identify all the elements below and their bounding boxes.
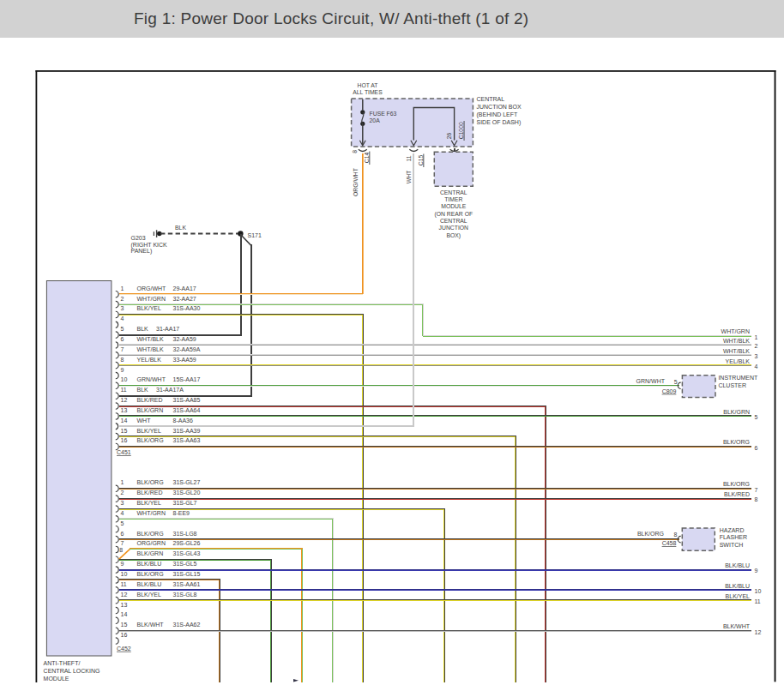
svg-text:SIDE OF DASH): SIDE OF DASH) — [477, 119, 522, 126]
svg-text:29S-GL26: 29S-GL26 — [173, 540, 201, 546]
svg-text:TIMER: TIMER — [444, 196, 462, 202]
svg-text:BLK/YEL: BLK/YEL — [137, 592, 162, 598]
svg-text:20A: 20A — [370, 117, 381, 123]
svg-text:32-AA27: 32-AA27 — [173, 296, 196, 302]
svg-text:11: 11 — [121, 387, 127, 393]
svg-text:3: 3 — [121, 500, 124, 506]
svg-text:14: 14 — [121, 418, 128, 424]
svg-text:ORG/WHT: ORG/WHT — [353, 168, 359, 196]
svg-text:31S-AA85: 31S-AA85 — [173, 397, 201, 403]
svg-text:9: 9 — [121, 561, 124, 567]
svg-text:GRN/WHT: GRN/WHT — [636, 378, 666, 384]
svg-text:BLK: BLK — [175, 225, 186, 231]
svg-text:15S-AA17: 15S-AA17 — [173, 376, 201, 382]
svg-text:BLK/RED: BLK/RED — [724, 491, 750, 497]
svg-text:INSTRUMENT: INSTRUMENT — [718, 375, 758, 381]
svg-text:PANEL): PANEL) — [131, 248, 153, 255]
svg-text:FUSE F63: FUSE F63 — [370, 111, 397, 117]
svg-text:CENTRAL LOCKING: CENTRAL LOCKING — [44, 668, 100, 674]
svg-text:S171: S171 — [248, 232, 262, 238]
svg-text:26: 26 — [446, 133, 452, 140]
svg-text:(ON REAR OF: (ON REAR OF — [435, 211, 473, 218]
svg-text:31S-AA63: 31S-AA63 — [173, 437, 201, 443]
svg-text:HOT AT: HOT AT — [358, 82, 378, 88]
svg-text:31S-GL27: 31S-GL27 — [173, 479, 201, 485]
svg-text:WHT/BLK: WHT/BLK — [137, 346, 164, 352]
svg-text:5: 5 — [755, 414, 758, 420]
svg-text:2: 2 — [121, 296, 124, 302]
svg-text:Fig 1: Power Door Locks Circui: Fig 1: Power Door Locks Circuit, W/ Anti… — [134, 9, 528, 27]
svg-text:BLK/YEL: BLK/YEL — [726, 593, 751, 599]
svg-text:11: 11 — [121, 581, 127, 587]
svg-text:BLK/BLU: BLK/BLU — [137, 581, 162, 587]
svg-text:11: 11 — [755, 598, 761, 604]
svg-text:BLK: BLK — [137, 387, 149, 393]
svg-text:BLK/YEL: BLK/YEL — [137, 500, 162, 506]
svg-text:C15: C15 — [418, 155, 424, 166]
svg-text:WHT: WHT — [137, 418, 152, 424]
svg-text:32-AA59A: 32-AA59A — [173, 346, 201, 352]
svg-text:2: 2 — [755, 343, 758, 349]
svg-text:YEL/BLK: YEL/BLK — [137, 357, 162, 363]
svg-text:31S-AA39: 31S-AA39 — [173, 428, 201, 434]
svg-text:8: 8 — [353, 150, 359, 153]
svg-text:8: 8 — [674, 532, 678, 538]
svg-text:31S-GL15: 31S-GL15 — [173, 571, 201, 577]
svg-text:12: 12 — [755, 629, 762, 635]
svg-text:31S-AA62: 31S-AA62 — [173, 622, 201, 628]
svg-text:3: 3 — [121, 305, 124, 311]
svg-text:BLK/ORG: BLK/ORG — [137, 531, 164, 537]
svg-text:GRN/WHT: GRN/WHT — [137, 376, 166, 382]
svg-text:10: 10 — [121, 571, 128, 577]
svg-text:C458: C458 — [662, 540, 677, 546]
svg-text:12: 12 — [121, 397, 128, 403]
svg-text:31S-GL5: 31S-GL5 — [173, 561, 197, 567]
svg-text:10: 10 — [755, 588, 762, 594]
svg-text:8-AA36: 8-AA36 — [173, 418, 193, 424]
svg-text:WHT/BLK: WHT/BLK — [137, 336, 164, 342]
svg-text:31S-AA61: 31S-AA61 — [173, 581, 201, 587]
svg-text:BLK/ORG: BLK/ORG — [723, 439, 750, 445]
svg-text:32-AA59: 32-AA59 — [173, 336, 196, 342]
svg-text:JUNCTION: JUNCTION — [439, 225, 468, 231]
svg-text:BLK/ORG: BLK/ORG — [637, 531, 664, 537]
svg-text:31-AA17A: 31-AA17A — [156, 387, 184, 393]
svg-text:BLK/BLU: BLK/BLU — [725, 583, 750, 589]
svg-text:31S-AA64: 31S-AA64 — [173, 407, 201, 413]
svg-text:31S-GL43: 31S-GL43 — [173, 550, 201, 556]
svg-text:31S-LG8: 31S-LG8 — [173, 531, 197, 537]
svg-text:WHT/GRN: WHT/GRN — [721, 328, 750, 334]
svg-text:G203: G203 — [131, 235, 146, 241]
svg-text:13: 13 — [121, 407, 128, 413]
svg-text:BLK/RED: BLK/RED — [137, 397, 163, 403]
svg-text:BLK/YEL: BLK/YEL — [137, 428, 162, 434]
svg-text:4: 4 — [755, 364, 758, 370]
svg-text:31-AA17: 31-AA17 — [156, 326, 179, 332]
svg-text:MODULE: MODULE — [44, 676, 69, 682]
svg-text:FLASHER: FLASHER — [720, 534, 747, 540]
svg-text:BLK/BLU: BLK/BLU — [137, 561, 162, 567]
svg-text:ORG/GRN: ORG/GRN — [137, 540, 166, 546]
svg-text:7: 7 — [121, 540, 124, 546]
svg-text:BLK/GRN: BLK/GRN — [137, 407, 164, 413]
svg-text:BLK/WHT: BLK/WHT — [723, 623, 751, 629]
svg-text:BLK/ORG: BLK/ORG — [137, 437, 164, 443]
svg-text:WHT: WHT — [406, 171, 412, 183]
svg-text:8-EE9: 8-EE9 — [173, 510, 190, 516]
svg-text:2: 2 — [121, 490, 124, 496]
svg-text:HAZARD: HAZARD — [720, 527, 745, 533]
svg-text:SWITCH: SWITCH — [720, 542, 744, 548]
svg-text:14: 14 — [121, 611, 128, 617]
svg-text:WHT/BLK: WHT/BLK — [723, 348, 750, 354]
svg-text:7: 7 — [121, 346, 124, 352]
svg-text:C452: C452 — [117, 646, 131, 652]
svg-text:31S-GL8: 31S-GL8 — [173, 592, 197, 598]
svg-text:BLK/WHT: BLK/WHT — [137, 622, 165, 628]
svg-text:BLK/RED: BLK/RED — [137, 490, 163, 496]
svg-text:12: 12 — [121, 592, 128, 598]
svg-text:16: 16 — [121, 437, 128, 443]
svg-text:7: 7 — [755, 487, 758, 493]
svg-text:9: 9 — [121, 367, 124, 373]
svg-text:29-AA17: 29-AA17 — [173, 285, 196, 291]
svg-text:BLK/BLU: BLK/BLU — [725, 562, 750, 568]
